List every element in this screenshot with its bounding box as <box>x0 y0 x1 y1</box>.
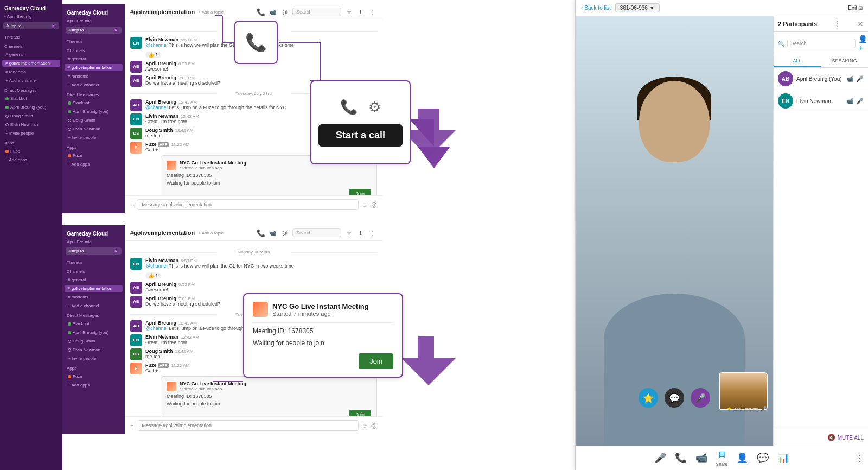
phone-popup[interactable]: 📞 <box>234 21 278 64</box>
sidebar-item-randoms[interactable]: # randoms <box>65 73 123 80</box>
popup-join-button[interactable]: Join <box>359 353 393 369</box>
phone-header-icon-2[interactable]: 📞 <box>257 228 265 237</box>
sidebar-item-golive[interactable]: # goliveimplementation <box>65 64 123 71</box>
dm-april[interactable]: April Breunig (you) <box>65 108 123 115</box>
mute-all-label: MUTE ALL <box>838 435 864 441</box>
app-add-apps[interactable]: + Add apps <box>2 156 60 163</box>
join-button-2[interactable]: Join <box>349 410 371 416</box>
back-to-list-link[interactable]: ‹ Back to list <box>581 5 611 11</box>
sidebar-item-golive-2[interactable]: # goliveimplementation <box>65 285 123 292</box>
app-dm-doug[interactable]: Doug Smith <box>2 112 60 119</box>
message-input-2[interactable] <box>137 420 358 431</box>
back-chevron-icon: ‹ <box>581 5 583 11</box>
jump-to-button[interactable]: Jump to... K <box>66 27 122 34</box>
add-apps-link[interactable]: + Add apps <box>65 161 123 168</box>
app-channel-general[interactable]: # general <box>2 51 60 58</box>
join-button[interactable]: Join <box>349 189 371 195</box>
at-icon-2[interactable]: @ <box>280 228 289 237</box>
camera-bottom-button[interactable]: 📹 <box>695 452 707 464</box>
tab-speaking[interactable]: SPEAKING <box>821 55 868 67</box>
app-dm-slackbot[interactable]: Slackbot <box>2 95 60 102</box>
add-channel-link-2[interactable]: + Add a channel <box>65 302 123 309</box>
chat-control-button[interactable]: 💬 <box>665 388 684 408</box>
participants-search-input[interactable] <box>787 39 856 48</box>
dm-label-2: Direct Messages <box>65 311 123 319</box>
add-channel-link[interactable]: + Add a channel <box>65 81 123 88</box>
mention-icon-2[interactable]: @ <box>371 422 377 429</box>
mic-control-button[interactable]: 🎤 <box>691 388 710 408</box>
more-header-icon[interactable]: ⋮ <box>368 8 377 16</box>
add-attachment-icon[interactable]: + <box>130 201 133 208</box>
emoji-icon[interactable]: ☺ <box>362 201 368 208</box>
dm-slackbot-2[interactable]: Slackbot <box>65 320 123 327</box>
emoji-icon-2[interactable]: ☺ <box>362 422 368 429</box>
app-dm-elvin[interactable]: Elvin Newman <box>2 121 60 128</box>
participants-close-icon[interactable]: ✕ <box>857 20 864 28</box>
topic-link-2[interactable]: + Add a topic <box>198 231 223 236</box>
chat-search[interactable]: Search <box>292 8 341 16</box>
mic-bottom-button[interactable]: 🎤 <box>654 452 666 464</box>
add-apps-link-2[interactable]: + Add apps <box>65 382 123 389</box>
dm-april-2[interactable]: April Breunig (you) <box>65 329 123 336</box>
star-control-button[interactable]: ⭐ <box>639 388 658 408</box>
app-channel-golive[interactable]: # goliveimplementation <box>2 60 60 67</box>
dm-doug[interactable]: Doug Smith <box>65 117 123 124</box>
phone-header-icon[interactable]: 📞 <box>257 8 265 16</box>
share-screen-button[interactable]: 🖥 Share <box>716 449 727 467</box>
participants-more-icon[interactable]: ⋮ <box>834 20 840 28</box>
app-fuze-2[interactable]: Fuze <box>65 373 123 380</box>
extra-options-icon[interactable]: ⋮ <box>855 453 864 463</box>
app-fuze[interactable]: Fuze <box>65 152 123 159</box>
start-call-button[interactable]: Start a call <box>318 124 403 147</box>
add-participant-icon[interactable]: 👤+ <box>858 35 867 52</box>
info-header-icon[interactable]: ℹ <box>356 8 365 16</box>
jump-to-button-2[interactable]: Jump to... K <box>66 247 122 255</box>
star-header-icon[interactable]: ☆ <box>344 8 353 16</box>
tab-all[interactable]: ALL <box>774 55 821 67</box>
video-header-icon-2[interactable]: 📹 <box>269 228 277 237</box>
app-invite[interactable]: + Invite people <box>2 130 60 137</box>
channel-name: #goliveimplementation <box>130 9 195 15</box>
chat-search-2[interactable]: Search <box>292 228 341 237</box>
emoji-reaction[interactable]: 👍 1 <box>145 272 161 279</box>
more-options-button[interactable]: 📊 <box>777 452 789 464</box>
exit-button[interactable]: Exit ⊡ <box>848 5 863 11</box>
more-icon-2[interactable]: ⋮ <box>368 228 377 237</box>
call-option-icon[interactable]: 📞 <box>340 99 358 116</box>
mention-icon[interactable]: @ <box>371 201 377 208</box>
app-threads[interactable]: Threads <box>2 33 60 40</box>
video-call-panel: ‹ Back to list 361-06-936 ▼ Exit ⊡ <box>575 0 868 470</box>
dm-slackbot[interactable]: Slackbot <box>65 99 123 106</box>
app-jump-to[interactable]: Jump to... K <box>3 22 59 29</box>
dm-elvin-2[interactable]: Elvin Newman <box>65 346 123 353</box>
app-dm-april[interactable]: April Breunig (you) <box>2 104 60 111</box>
settings-icon[interactable]: ⚙ <box>368 99 381 116</box>
threads-link[interactable]: Threads <box>65 37 123 45</box>
invite-people-link-2[interactable]: + Invite people <box>65 355 123 362</box>
participants-bottom-button[interactable]: 👤 <box>736 452 748 464</box>
at-header-icon[interactable]: @ <box>280 8 289 16</box>
invite-people-link[interactable]: + Invite people <box>65 134 123 141</box>
video-header-icon[interactable]: 📹 <box>269 8 277 16</box>
dm-doug-2[interactable]: Doug Smith <box>65 338 123 345</box>
emoji-reaction[interactable]: 👍 1 <box>145 52 161 58</box>
message-input[interactable] <box>137 199 358 210</box>
app-add-channel[interactable]: + Add a channel <box>2 77 60 84</box>
sidebar-item-general[interactable]: # general <box>65 55 123 62</box>
sidebar-item-general-2[interactable]: # general <box>65 276 123 283</box>
topic-link[interactable]: + Add a topic <box>198 10 223 15</box>
meeting-id-badge[interactable]: 361-06-936 ▼ <box>615 3 660 12</box>
end-call-button[interactable]: 📞 <box>675 452 687 464</box>
app-fuze[interactable]: Fuze <box>2 148 60 155</box>
threads-link-2[interactable]: Threads <box>65 258 123 265</box>
sidebar-item-randoms-2[interactable]: # randoms <box>65 294 123 301</box>
info-icon-2[interactable]: ℹ <box>356 228 365 237</box>
meeting-card-2: NYC Go Live Instant Meeting Started 7 mi… <box>161 376 377 416</box>
star-icon-2[interactable]: ☆ <box>344 228 353 237</box>
dm-elvin[interactable]: Elvin Newman <box>65 125 123 132</box>
add-attachment-icon-2[interactable]: + <box>130 422 133 429</box>
participants-search-bar: 🔍 👤+ <box>774 32 868 55</box>
mute-all-bar[interactable]: 🔇 MUTE ALL <box>774 429 868 446</box>
app-channel-randoms[interactable]: # randoms <box>2 68 60 75</box>
chat-bottom-button[interactable]: 💬 <box>757 452 769 464</box>
